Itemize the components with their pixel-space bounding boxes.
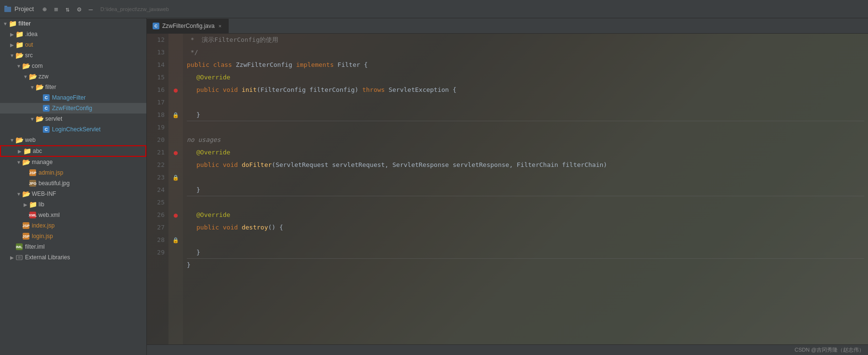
code-editor[interactable]: 12 13 14 15 16 17 18 19 20 21 22 23 24 2… [147,34,868,344]
sidebar-label-index-jsp: index.jsp [32,222,54,229]
title-project-label: Project [14,5,34,13]
sidebar-label-zzw: zzw [39,73,49,80]
params-26: () { [268,221,283,234]
title-bar-actions: ⊕ ≡ ⇅ ⚙ — [40,5,94,13]
annotation-15: @Override [196,71,230,84]
expand-arrow-web: ▼ [9,138,15,143]
method-dofilter-21: doFilter [242,159,272,171]
sidebar-item-idea[interactable]: ▶ 📁 .idea [0,29,146,39]
breakpoint-icon-21: ● [174,149,178,156]
folder-icon-abc: 📁 [23,147,31,155]
sidebar-item-com[interactable]: ▼ 📂 com [0,61,146,71]
empty-24 [187,196,191,209]
line-num-16: 16 [147,84,168,96]
tab-zzwfilterconfig[interactable]: C ZzwFilterConfig.java × [147,19,229,33]
code-lines: * 演示FilterConfig的使用 */ public class ZzwF… [183,34,868,344]
sidebar-item-external-libraries[interactable]: ▶ External Libraries [0,252,146,263]
title-btn-1[interactable]: ⊕ [40,5,48,13]
project-path: D:\idea_project\zzw_javaweb [100,6,168,12]
code-text-13: */ [187,46,198,59]
expand-arrow-filter-pkg: ▼ [29,85,36,90]
code-line-15: @Override [187,71,864,84]
folder-icon-lib: 📁 [29,201,37,208]
gutter-19 [168,121,183,134]
sidebar-item-index-jsp[interactable]: ▶ JSP index.jsp [0,220,146,231]
expand-arrow-zzw: ▼ [22,74,29,79]
expand-arrow-src: ▼ [9,53,15,58]
iml-icon-filter: IML [15,243,23,251]
sidebar-item-web-xml[interactable]: ▶ XML web.xml [0,210,146,220]
expand-arrow-servlet: ▼ [29,116,36,122]
jsp-icon-index: JSP [22,222,30,229]
sidebar-item-src[interactable]: ▼ 📂 src [0,50,146,61]
sidebar-item-out[interactable]: ▶ 📁 out [0,39,146,50]
sidebar-label-filter-root: filter [18,20,31,27]
code-line-24 [187,196,864,209]
gutter-14 [168,59,183,71]
kw-class-14: class [213,59,236,71]
title-btn-minimize[interactable]: — [87,5,94,13]
breakpoint-icon-26: ● [174,211,178,219]
line-num-25: 25 [147,196,168,209]
sidebar-label-filter-iml: filter.iml [25,243,45,250]
gutter-25 [168,196,183,209]
sidebar-item-filter-root[interactable]: ▼ 📁 filter [0,18,146,29]
sidebar-item-filter-pkg[interactable]: ▼ 📂 filter [0,82,146,92]
xml-icon-web: XML [29,211,37,219]
line-num-14: 14 [147,59,168,71]
title-btn-2[interactable]: ≡ [52,5,60,13]
title-btn-settings[interactable]: ⚙ [75,5,83,13]
sidebar-item-zzwfilterconfig[interactable]: ▶ C ZzwFilterConfig [0,103,146,114]
code-line-26: public void destroy () { [187,221,864,234]
expand-arrow-lib: ▶ [22,202,29,207]
sidebar-item-login-jsp[interactable]: ▶ JSP login.jsp [0,231,146,241]
expand-arrow-filter: ▼ [2,21,9,26]
gutter-28: 🔒 [168,234,183,246]
sidebar: ▼ 📁 filter ▶ 📁 .idea ▶ 📁 out ▼ 📂 src [0,18,147,355]
sidebar-item-logincheckservlet[interactable]: ▶ C LoginCheckServlet [0,124,146,135]
expand-arrow-external-libraries: ▶ [9,255,15,260]
code-line-20: no usages [187,134,864,146]
sidebar-item-admin-jsp[interactable]: ▶ JSP admin.jsp [0,167,146,178]
expand-arrow-abc: ▶ [16,149,23,154]
code-line-27 [187,234,864,246]
sidebar-label-src: src [25,52,33,59]
sidebar-label-logincheckservlet: LoginCheckServlet [52,126,101,133]
status-bar: CSDN @吉冈秀隆（赵志伟） [147,344,868,355]
sidebar-item-zzw[interactable]: ▼ 📂 zzw [0,71,146,82]
sidebar-label-external-libraries: External Libraries [25,254,70,261]
sidebar-label-abc: abc [33,148,42,154]
sidebar-item-web-inf[interactable]: ▼ 📂 WEB-INF [0,189,146,199]
folder-icon-out: 📁 [15,41,23,49]
sidebar-item-lib[interactable]: ▶ 📁 lib [0,199,146,210]
expand-arrow-com: ▼ [15,63,22,69]
title-bar-left: Project ⊕ ≡ ⇅ ⚙ — D:\idea_project\zzw_ja… [4,5,169,13]
sidebar-label-com: com [32,63,43,69]
lock-icon-18: 🔒 [172,112,179,118]
java-icon-logincheckservlet: C [42,126,50,133]
line-num-23: 23 [147,171,168,184]
line-num-26: 26 [147,209,168,221]
line-num-18: 18 [147,109,168,121]
sidebar-item-manage[interactable]: ▼ 📂 manage [0,157,146,167]
sidebar-item-filter-iml[interactable]: ▶ IML filter.iml [0,241,146,252]
title-btn-3[interactable]: ⇅ [64,5,71,13]
line-num-28: 28 [147,234,168,246]
sidebar-label-servlet: servlet [45,115,62,122]
sidebar-item-beautiful-jpg[interactable]: ▶ JPG beautiful.jpg [0,178,146,189]
tab-close-btn[interactable]: × [218,23,222,29]
line-num-19: 19 [147,121,168,134]
sidebar-item-managefilter[interactable]: ▶ C ManageFilter [0,92,146,103]
empty-22 [187,171,191,184]
kw-void-26: void [223,221,242,234]
empty-17 [187,96,191,109]
line-num-12: 12 [147,34,168,46]
expand-arrow-out: ▶ [9,42,15,48]
sidebar-item-servlet[interactable]: ▼ 📂 servlet [0,114,146,124]
lib-icon-external [15,254,23,261]
sidebar-item-web[interactable]: ▼ 📂 web [0,135,146,145]
sidebar-label-web-inf: WEB-INF [32,190,56,197]
java-icon-zzwfilterconfig: C [42,104,50,112]
code-line-13: */ [187,46,864,59]
sidebar-item-abc[interactable]: ▶ 📁 abc [0,145,146,157]
